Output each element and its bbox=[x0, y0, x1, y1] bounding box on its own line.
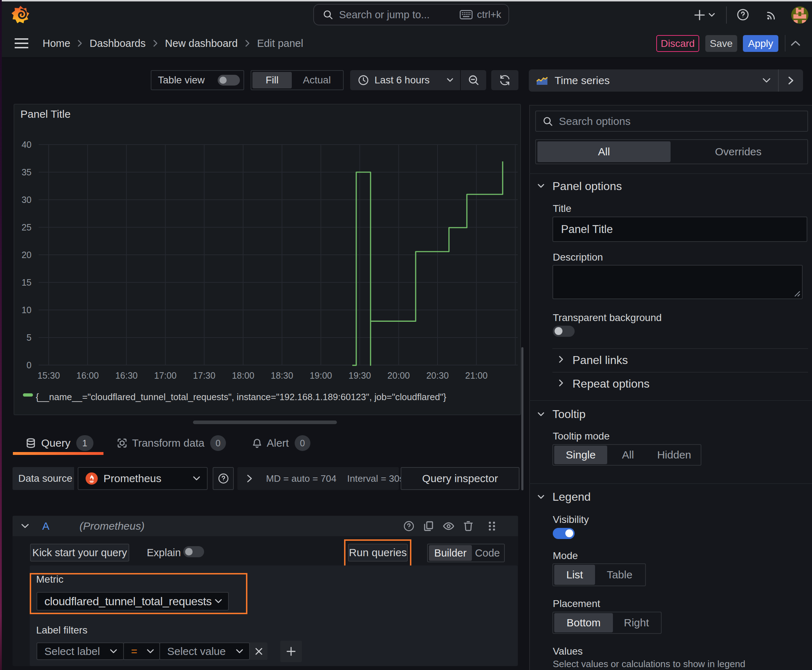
svg-text:20:30: 20:30 bbox=[426, 371, 449, 381]
svg-text:16:30: 16:30 bbox=[115, 371, 138, 381]
svg-text:15:30: 15:30 bbox=[37, 371, 60, 381]
svg-text:16:00: 16:00 bbox=[76, 371, 99, 381]
svg-text:10: 10 bbox=[22, 305, 32, 315]
svg-text:5: 5 bbox=[27, 333, 32, 342]
svg-text:0: 0 bbox=[27, 360, 32, 370]
svg-text:18:30: 18:30 bbox=[271, 371, 293, 381]
svg-text:17:00: 17:00 bbox=[154, 371, 177, 381]
svg-text:40: 40 bbox=[22, 140, 32, 150]
svg-text:19:00: 19:00 bbox=[310, 371, 332, 381]
svg-text:25: 25 bbox=[22, 222, 32, 232]
svg-text:15: 15 bbox=[22, 277, 32, 288]
svg-text:35: 35 bbox=[22, 167, 32, 177]
svg-text:20: 20 bbox=[22, 250, 32, 260]
svg-text:17:30: 17:30 bbox=[193, 371, 215, 381]
svg-text:18:00: 18:00 bbox=[232, 371, 254, 381]
svg-text:21:00: 21:00 bbox=[465, 371, 488, 381]
svg-text:20:00: 20:00 bbox=[387, 371, 410, 381]
svg-text:{__name__="cloudflared_tunnel_: {__name__="cloudflared_tunnel_total_requ… bbox=[36, 392, 446, 402]
svg-text:19:30: 19:30 bbox=[349, 371, 371, 381]
svg-text:30: 30 bbox=[22, 195, 32, 205]
